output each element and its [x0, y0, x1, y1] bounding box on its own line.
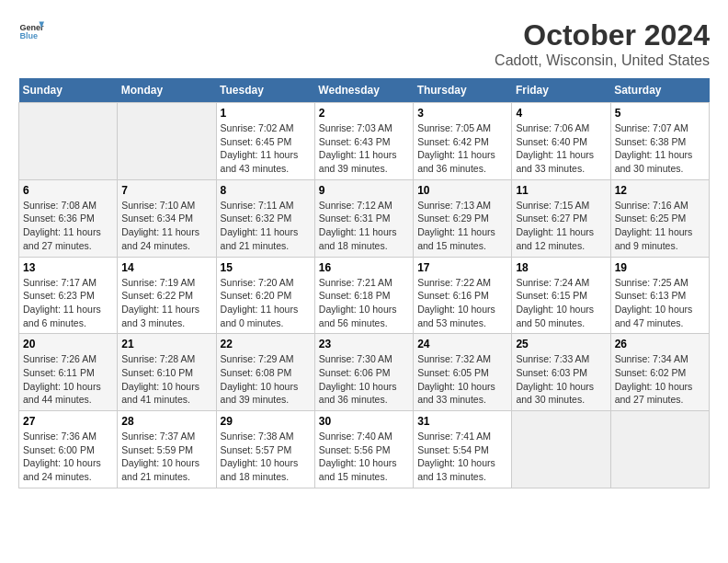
calendar-cell: 25Sunrise: 7:33 AM Sunset: 6:03 PM Dayli… — [512, 334, 610, 411]
day-number: 9 — [319, 184, 409, 197]
day-number: 29 — [221, 415, 311, 428]
day-number: 22 — [221, 338, 311, 350]
calendar-cell: 26Sunrise: 7:34 AM Sunset: 6:02 PM Dayli… — [610, 334, 709, 411]
calendar-cell: 13Sunrise: 7:17 AM Sunset: 6:23 PM Dayli… — [19, 257, 118, 334]
calendar-header: SundayMondayTuesdayWednesdayThursdayFrid… — [19, 78, 710, 103]
calendar-cell: 30Sunrise: 7:40 AM Sunset: 5:56 PM Dayli… — [314, 411, 413, 488]
calendar-cell: 8Sunrise: 7:11 AM Sunset: 6:32 PM Daylig… — [216, 179, 314, 257]
day-number: 14 — [121, 261, 211, 274]
day-number: 24 — [417, 338, 507, 350]
svg-text:Blue: Blue — [19, 31, 38, 40]
calendar-cell: 1Sunrise: 7:02 AM Sunset: 6:45 PM Daylig… — [216, 103, 314, 180]
calendar-cell: 15Sunrise: 7:20 AM Sunset: 6:20 PM Dayli… — [216, 257, 314, 334]
day-info: Sunrise: 7:29 AM Sunset: 6:08 PM Dayligh… — [221, 352, 311, 407]
calendar-cell: 12Sunrise: 7:16 AM Sunset: 6:25 PM Dayli… — [610, 179, 709, 257]
calendar-week-2: 13Sunrise: 7:17 AM Sunset: 6:23 PM Dayli… — [19, 257, 710, 334]
calendar-cell: 6Sunrise: 7:08 AM Sunset: 6:36 PM Daylig… — [19, 179, 118, 257]
day-info: Sunrise: 7:07 AM Sunset: 6:38 PM Dayligh… — [615, 121, 705, 176]
weekday-header-saturday: Saturday — [610, 78, 709, 103]
day-number: 8 — [221, 184, 311, 197]
day-number: 23 — [319, 338, 409, 350]
day-number: 27 — [23, 415, 113, 428]
calendar-cell: 22Sunrise: 7:29 AM Sunset: 6:08 PM Dayli… — [216, 334, 314, 411]
weekday-header-sunday: Sunday — [19, 78, 118, 103]
calendar-cell: 2Sunrise: 7:03 AM Sunset: 6:43 PM Daylig… — [314, 103, 413, 180]
day-number: 26 — [615, 338, 705, 350]
day-number: 17 — [417, 261, 507, 274]
calendar-cell: 7Sunrise: 7:10 AM Sunset: 6:34 PM Daylig… — [118, 179, 216, 257]
day-info: Sunrise: 7:22 AM Sunset: 6:16 PM Dayligh… — [417, 276, 507, 330]
day-number: 1 — [221, 107, 311, 120]
day-info: Sunrise: 7:34 AM Sunset: 6:02 PM Dayligh… — [615, 352, 705, 407]
day-number: 25 — [516, 338, 606, 350]
day-number: 7 — [121, 184, 211, 197]
calendar-cell — [512, 411, 610, 488]
calendar-week-0: 1Sunrise: 7:02 AM Sunset: 6:45 PM Daylig… — [19, 103, 710, 180]
day-info: Sunrise: 7:40 AM Sunset: 5:56 PM Dayligh… — [319, 430, 409, 484]
day-info: Sunrise: 7:05 AM Sunset: 6:42 PM Dayligh… — [417, 121, 507, 176]
day-info: Sunrise: 7:19 AM Sunset: 6:22 PM Dayligh… — [121, 276, 211, 330]
day-number: 28 — [121, 415, 211, 428]
day-info: Sunrise: 7:03 AM Sunset: 6:43 PM Dayligh… — [319, 121, 409, 176]
day-number: 21 — [121, 338, 211, 350]
calendar-cell: 18Sunrise: 7:24 AM Sunset: 6:15 PM Dayli… — [512, 257, 610, 334]
day-number: 15 — [221, 261, 311, 274]
day-info: Sunrise: 7:41 AM Sunset: 5:54 PM Dayligh… — [417, 430, 507, 484]
day-info: Sunrise: 7:17 AM Sunset: 6:23 PM Dayligh… — [23, 276, 113, 330]
day-info: Sunrise: 7:02 AM Sunset: 6:45 PM Dayligh… — [221, 121, 311, 176]
day-number: 19 — [615, 261, 705, 274]
day-number: 5 — [615, 107, 705, 120]
calendar-cell: 19Sunrise: 7:25 AM Sunset: 6:13 PM Dayli… — [610, 257, 709, 334]
weekday-header-row: SundayMondayTuesdayWednesdayThursdayFrid… — [19, 78, 710, 103]
day-info: Sunrise: 7:36 AM Sunset: 6:00 PM Dayligh… — [23, 430, 113, 484]
day-number: 18 — [516, 261, 606, 274]
day-number: 4 — [516, 107, 606, 120]
header: General Blue October 2024 Cadott, Wiscon… — [18, 18, 710, 69]
calendar-cell: 29Sunrise: 7:38 AM Sunset: 5:57 PM Dayli… — [216, 411, 314, 488]
day-info: Sunrise: 7:30 AM Sunset: 6:06 PM Dayligh… — [319, 352, 409, 407]
day-info: Sunrise: 7:21 AM Sunset: 6:18 PM Dayligh… — [319, 276, 409, 330]
day-info: Sunrise: 7:08 AM Sunset: 6:36 PM Dayligh… — [23, 199, 113, 253]
day-info: Sunrise: 7:33 AM Sunset: 6:03 PM Dayligh… — [516, 352, 606, 407]
calendar-body: 1Sunrise: 7:02 AM Sunset: 6:45 PM Daylig… — [19, 103, 710, 488]
calendar-cell: 20Sunrise: 7:26 AM Sunset: 6:11 PM Dayli… — [19, 334, 118, 411]
calendar-cell: 31Sunrise: 7:41 AM Sunset: 5:54 PM Dayli… — [414, 411, 512, 488]
day-info: Sunrise: 7:11 AM Sunset: 6:32 PM Dayligh… — [221, 199, 311, 253]
calendar-cell — [610, 411, 709, 488]
weekday-header-thursday: Thursday — [414, 78, 512, 103]
day-info: Sunrise: 7:25 AM Sunset: 6:13 PM Dayligh… — [615, 276, 705, 330]
calendar-cell: 21Sunrise: 7:28 AM Sunset: 6:10 PM Dayli… — [118, 334, 216, 411]
calendar-cell: 24Sunrise: 7:32 AM Sunset: 6:05 PM Dayli… — [414, 334, 512, 411]
weekday-header-friday: Friday — [512, 78, 610, 103]
calendar-week-4: 27Sunrise: 7:36 AM Sunset: 6:00 PM Dayli… — [19, 411, 710, 488]
calendar-week-1: 6Sunrise: 7:08 AM Sunset: 6:36 PM Daylig… — [19, 179, 710, 257]
logo-icon: General Blue — [18, 18, 44, 44]
day-info: Sunrise: 7:28 AM Sunset: 6:10 PM Dayligh… — [121, 352, 211, 407]
calendar-cell: 17Sunrise: 7:22 AM Sunset: 6:16 PM Dayli… — [414, 257, 512, 334]
calendar-cell: 4Sunrise: 7:06 AM Sunset: 6:40 PM Daylig… — [512, 103, 610, 180]
day-info: Sunrise: 7:32 AM Sunset: 6:05 PM Dayligh… — [417, 352, 507, 407]
calendar-cell: 14Sunrise: 7:19 AM Sunset: 6:22 PM Dayli… — [118, 257, 216, 334]
weekday-header-wednesday: Wednesday — [314, 78, 413, 103]
day-number: 2 — [319, 107, 409, 120]
calendar-cell — [19, 103, 118, 180]
day-info: Sunrise: 7:24 AM Sunset: 6:15 PM Dayligh… — [516, 276, 606, 330]
day-info: Sunrise: 7:20 AM Sunset: 6:20 PM Dayligh… — [221, 276, 311, 330]
title-area: October 2024 Cadott, Wisconsin, United S… — [495, 18, 710, 69]
weekday-header-tuesday: Tuesday — [216, 78, 314, 103]
main-title: October 2024 — [495, 18, 710, 52]
day-info: Sunrise: 7:13 AM Sunset: 6:29 PM Dayligh… — [417, 199, 507, 253]
day-number: 30 — [319, 415, 409, 428]
day-info: Sunrise: 7:10 AM Sunset: 6:34 PM Dayligh… — [121, 199, 211, 253]
day-info: Sunrise: 7:26 AM Sunset: 6:11 PM Dayligh… — [23, 352, 113, 407]
day-number: 6 — [23, 184, 113, 197]
day-number: 13 — [23, 261, 113, 274]
calendar-week-3: 20Sunrise: 7:26 AM Sunset: 6:11 PM Dayli… — [19, 334, 710, 411]
calendar-cell: 23Sunrise: 7:30 AM Sunset: 6:06 PM Dayli… — [314, 334, 413, 411]
calendar-cell: 10Sunrise: 7:13 AM Sunset: 6:29 PM Dayli… — [414, 179, 512, 257]
day-number: 12 — [615, 184, 705, 197]
day-info: Sunrise: 7:16 AM Sunset: 6:25 PM Dayligh… — [615, 199, 705, 253]
calendar-cell: 5Sunrise: 7:07 AM Sunset: 6:38 PM Daylig… — [610, 103, 709, 180]
weekday-header-monday: Monday — [118, 78, 216, 103]
day-info: Sunrise: 7:06 AM Sunset: 6:40 PM Dayligh… — [516, 121, 606, 176]
